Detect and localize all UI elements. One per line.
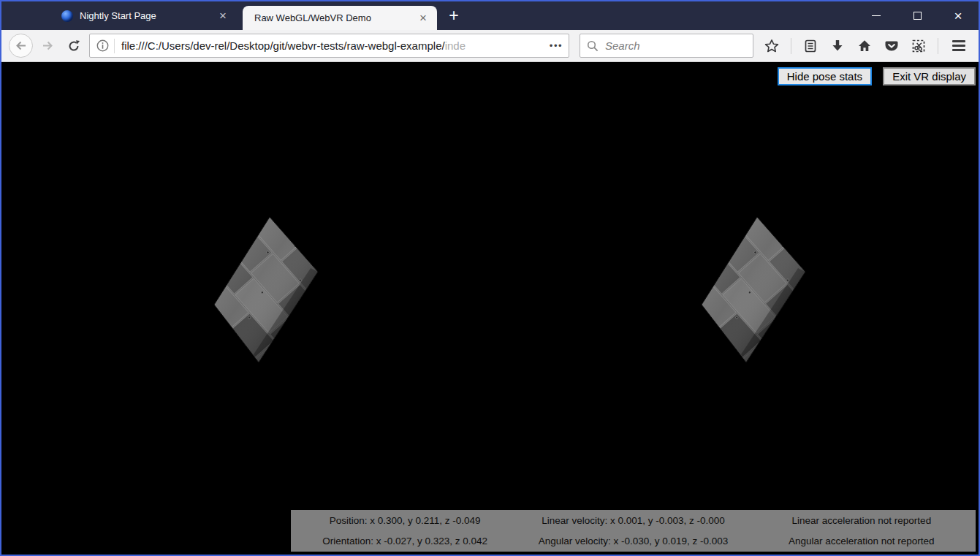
angular-velocity-stat: Angular velocity: x -0.030, y 0.019, z -…: [519, 536, 747, 547]
reload-icon: [67, 39, 80, 53]
screenshot-button[interactable]: [911, 38, 927, 54]
url-text: file:///C:/Users/dev-rel/Desktop/git/web…: [121, 39, 544, 52]
browser-window: Nightly Start Page × Raw WebGL/WebVR Dem…: [0, 0, 980, 556]
maximize-button[interactable]: [897, 1, 938, 30]
urlbar-divider: [114, 39, 115, 53]
exit-vr-display-button[interactable]: Exit VR display: [883, 67, 976, 85]
back-button[interactable]: [9, 34, 33, 58]
right-eye-cube: [626, 145, 896, 414]
tab-close-icon[interactable]: ×: [216, 8, 229, 23]
search-bar[interactable]: [580, 34, 753, 58]
screenshot-icon: [911, 39, 926, 53]
tab-nightly-start-page[interactable]: Nightly Start Page ×: [53, 1, 237, 30]
maximize-icon: [913, 12, 922, 20]
position-stat: Position: x 0.300, y 0.211, z -0.049: [291, 515, 519, 526]
menu-button[interactable]: [949, 40, 968, 51]
forward-icon: [42, 39, 54, 52]
downloads-button[interactable]: [829, 38, 846, 54]
close-icon: ×: [954, 9, 962, 23]
webgl-canvas: [1, 62, 979, 555]
pose-stats-bar: Position: x 0.300, y 0.211, z -0.049 Lin…: [291, 510, 976, 552]
minimize-icon: [872, 15, 881, 16]
navigation-toolbar: file:///C:/Users/dev-rel/Desktop/git/web…: [1, 30, 979, 62]
new-tab-button[interactable]: +: [441, 4, 466, 28]
nightly-globe-favicon: [61, 10, 73, 22]
close-window-button[interactable]: ×: [938, 1, 979, 30]
tab-title: Nightly Start Page: [80, 10, 216, 21]
left-eye-cube: [139, 145, 409, 414]
window-controls: ×: [856, 1, 979, 30]
webvr-page-content: Hide pose stats Exit VR display Position…: [1, 62, 979, 555]
bookmark-star-icon: [764, 39, 779, 53]
search-icon: [587, 40, 599, 52]
home-button[interactable]: [856, 38, 873, 54]
library-button[interactable]: [802, 38, 818, 54]
menu-icon: [952, 40, 965, 42]
library-icon: [803, 39, 818, 53]
tab-bar: Nightly Start Page × Raw WebGL/WebVR Dem…: [1, 1, 979, 30]
pocket-icon: [884, 39, 899, 53]
url-bar[interactable]: file:///C:/Users/dev-rel/Desktop/git/web…: [89, 34, 569, 58]
vr-control-buttons: Hide pose stats Exit VR display: [778, 67, 976, 85]
tab-raw-webgl-webvr-demo[interactable]: Raw WebGL/WebVR Demo ×: [243, 6, 437, 30]
info-icon[interactable]: [96, 39, 109, 52]
titlebar-drag-space: [1, 1, 53, 30]
toolbar-separator: [938, 38, 938, 54]
linear-velocity-stat: Linear velocity: x 0.001, y -0.003, z -0…: [519, 515, 747, 526]
tab-close-icon[interactable]: ×: [417, 10, 430, 26]
page-actions-icon[interactable]: •••: [544, 40, 563, 51]
orientation-stat: Orientation: x -0.027, y 0.323, z 0.042: [291, 536, 519, 547]
reload-button[interactable]: [63, 35, 85, 57]
minimize-button[interactable]: [856, 1, 897, 30]
toolbar-icons: [764, 38, 968, 54]
home-icon: [857, 39, 872, 53]
linear-acceleration-stat: Linear acceleration not reported: [748, 515, 976, 526]
hide-pose-stats-button[interactable]: Hide pose stats: [778, 67, 872, 85]
angular-acceleration-stat: Angular acceleration not reported: [748, 536, 976, 547]
search-input[interactable]: [604, 39, 748, 53]
forward-button[interactable]: [37, 35, 58, 57]
pocket-button[interactable]: [884, 38, 900, 54]
tab-title: Raw WebGL/WebVR Demo: [254, 12, 417, 23]
bookmark-button[interactable]: [764, 38, 780, 54]
download-icon: [830, 39, 845, 53]
back-icon: [15, 39, 27, 52]
toolbar-separator: [791, 38, 791, 54]
